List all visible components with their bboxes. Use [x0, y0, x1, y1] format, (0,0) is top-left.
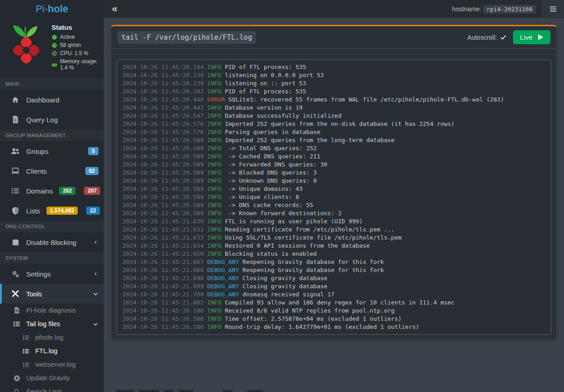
log-timestamp: 2024-10-26 11:45:20.589	[122, 194, 204, 200]
log-timestamp: 2024-10-26 11:45:21.862	[122, 299, 204, 306]
sidebar-item-label: Domains	[26, 187, 53, 195]
log-line: 2024-10-26 11:45:20.144INFOPID of FTL pr…	[122, 63, 545, 71]
sidebar-item-clients[interactable]: Clients 62	[0, 161, 104, 181]
log-level: ERROR	[207, 96, 225, 103]
list-icon	[13, 320, 21, 328]
log-line: 2024-10-26 11:45:21.700DEBUG_ANYdnsmasq …	[122, 291, 545, 299]
log-message: Closing gravity database	[242, 283, 327, 290]
log-message: Database successfully initialized	[225, 112, 341, 119]
log-level: INFO	[207, 153, 221, 160]
sidebar-item-update-gravity[interactable]: Update Gravity	[0, 371, 104, 385]
sidebar-item-domains[interactable]: Domains 282 207	[0, 181, 104, 201]
chevron-down-icon	[93, 291, 98, 297]
sidebar-item-pihole-diagnosis[interactable]: Pi-hole diagnosis	[0, 304, 104, 317]
sidebar-item-lists[interactable]: Lists 1.574.093 22	[0, 201, 104, 221]
brand-suffix: hole	[48, 3, 68, 15]
log-timestamp: 2024-10-26 11:45:20.589	[122, 161, 204, 168]
log-message: -> Forwarded DNS queries: 30	[225, 161, 327, 168]
sidebar-item-label: Tools	[26, 290, 86, 298]
berry	[11, 36, 41, 65]
log-line: 2024-10-26 11:45:20.239INFOlistening on …	[122, 79, 545, 88]
log-level: INFO	[207, 177, 221, 184]
sidebar-item-groups[interactable]: Groups 5	[0, 141, 104, 161]
log-line: 2024-10-26 11:45:20.589INFO -> Total DNS…	[122, 144, 545, 152]
nav-header-main: MAIN	[0, 78, 104, 90]
log-level: INFO	[207, 80, 221, 87]
sidebar-item-dashboard[interactable]: Dashboard	[0, 90, 104, 110]
sidebar-item-label: Groups	[26, 148, 82, 155]
autoscroll-label: Autoscroll:	[467, 34, 497, 41]
sidebar-item-disable-blocking[interactable]: Disable Blocking	[0, 232, 104, 252]
log-timestamp: 2024-10-26 11:45:20.589	[122, 137, 204, 143]
log-message: listening on 0.0.0.0 port 53	[225, 72, 324, 78]
sidebar-item-label: Search Lists	[26, 388, 98, 392]
log-level: INFO	[207, 112, 221, 119]
log-timestamp: 2024-10-26 11:45:20.589	[122, 145, 204, 152]
live-label: Live	[520, 33, 532, 41]
sidebar-item-label: Lists	[26, 207, 40, 215]
log-timestamp: 2024-10-26 11:45:21.700	[122, 291, 204, 298]
brand-logo[interactable]: Pi-hole	[0, 0, 104, 18]
log-level: INFO	[207, 72, 221, 78]
log-level: INFO	[207, 202, 221, 208]
sidebar-item-webserver-log[interactable]: webserver.log	[0, 358, 104, 371]
log-timestamp: 2024-10-26 11:45:21.634	[122, 242, 204, 249]
hostname: hostname:rpi4-20231108	[452, 5, 536, 13]
log-line: 2024-10-26 11:45:21.668DEBUG_ANYReopenin…	[122, 266, 545, 274]
sidebar-item-tail-log-files[interactable]: Tail log files	[0, 317, 104, 331]
memory-icon	[51, 62, 57, 68]
log-message: -> Known forward destinations: 2	[225, 210, 341, 217]
topbar: « hostname:rpi4-20231108	[104, 0, 564, 18]
sidebar-item-settings[interactable]: Settings	[0, 264, 104, 284]
log-timestamp: 2024-10-26 11:45:21.668	[122, 267, 204, 273]
log-line: 2024-10-26 11:45:20.589INFO -> Forwarded…	[122, 161, 545, 169]
domains-allowed-badge: 282	[59, 187, 75, 195]
chevron-down-icon	[93, 321, 98, 327]
log-level: INFO	[207, 226, 221, 233]
log-message: Using SSL/TLS certificate file /etc/piho…	[225, 234, 401, 241]
log-message: -> Unique clients: 8	[225, 194, 299, 200]
sidebar-item-query-log[interactable]: Query Log	[0, 110, 104, 129]
log-line: 2024-10-26 11:45:20.589INFO -> Cached DN…	[122, 152, 545, 161]
sidebar-item-tools[interactable]: Tools	[0, 284, 104, 304]
log-timestamp: 2024-10-26 11:45:20.239	[122, 80, 204, 87]
status-rate-label: 58 q/min	[60, 42, 81, 48]
log-line: 2024-10-26 11:45:21.667DEBUG_ANYReopenin…	[122, 258, 545, 266]
home-icon	[11, 95, 20, 104]
log-timestamp: 2024-10-26 11:45:21.698	[122, 275, 204, 281]
log-message: PID of FTL process: 535	[225, 88, 306, 95]
log-timestamp: 2024-10-26 11:45:21.631	[122, 226, 204, 233]
sidebar-item-pihole-log[interactable]: pihole.log	[0, 331, 104, 344]
sidebar-item-search-lists[interactable]: Search Lists	[0, 385, 104, 392]
list-icon	[22, 333, 30, 341]
log-output[interactable]: 2024-10-26 11:45:20.144INFOPID of FTL pr…	[117, 60, 551, 335]
log-line: 2024-10-26 11:45:26.186INFOTime offset: …	[122, 315, 545, 323]
log-level: INFO	[207, 169, 221, 176]
log-message: Imported 252 queries from the long-term …	[225, 137, 395, 143]
sidebar-item-label: Clients	[26, 167, 79, 175]
log-line: 2024-10-26 11:45:20.242INFOPID of FTL pr…	[122, 88, 545, 96]
chevron-left-icon	[93, 240, 98, 245]
log-message: -> Total DNS queries: 252	[225, 145, 317, 152]
log-timestamp: 2024-10-26 11:45:21.650	[122, 250, 204, 257]
log-message: Reading certificate from /etc/pihole/tls…	[225, 226, 395, 233]
live-button[interactable]: Live	[513, 30, 550, 44]
hostname-label: hostname:	[452, 5, 481, 13]
log-timestamp: 2024-10-26 11:45:20.144	[122, 64, 204, 70]
log-line: 2024-10-26 11:45:21.862INFOCompiled 93 a…	[122, 299, 545, 307]
shield-icon	[11, 206, 20, 215]
footer-cutoff	[104, 390, 564, 392]
log-level: INFO	[207, 315, 221, 322]
list-icon	[11, 186, 20, 195]
log-timestamp: 2024-10-26 11:45:26.186	[122, 323, 204, 330]
check-icon	[500, 34, 507, 41]
menu-toggle-button[interactable]	[542, 0, 564, 18]
autoscroll-checkbox[interactable]: Autoscroll:	[467, 34, 507, 41]
log-line: 2024-10-26 11:45:20.589INFO -> DNS cache…	[122, 201, 545, 209]
sidebar-collapse-button[interactable]: «	[104, 0, 126, 18]
users-icon	[11, 147, 20, 156]
hostname-value: rpi4-20231108	[483, 5, 536, 14]
sidebar-item-ftl-log[interactable]: FTL.log	[0, 344, 104, 358]
log-line: 2024-10-26 11:45:20.589INFO -> Unique cl…	[122, 193, 545, 201]
log-message: Reopening Gravity database for this fork	[242, 267, 384, 273]
